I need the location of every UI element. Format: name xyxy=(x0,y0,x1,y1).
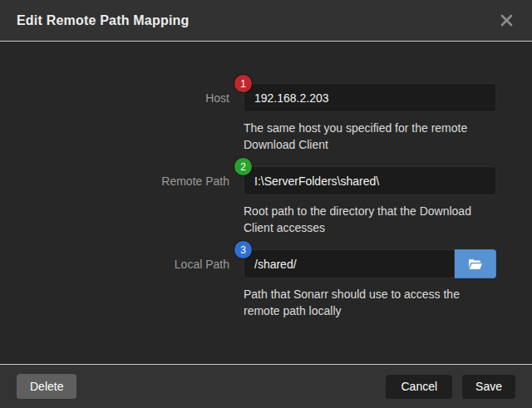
modal-body: Host 1 The same host you specified for t… xyxy=(0,42,532,364)
annotation-badge-3: 3 xyxy=(234,241,252,258)
local-path-input[interactable] xyxy=(244,249,455,278)
form-group-host: Host 1 The same host you specified for t… xyxy=(0,83,532,153)
delete-button[interactable]: Delete xyxy=(17,374,76,399)
close-icon[interactable] xyxy=(497,12,515,30)
save-button[interactable]: Save xyxy=(462,375,515,399)
open-folder-icon xyxy=(468,258,483,270)
edit-remote-path-mapping-modal: Edit Remote Path Mapping Host 1 The same… xyxy=(0,0,532,408)
host-help-text: The same host you specified for the remo… xyxy=(244,120,493,153)
remote-path-help-text: Root path to the directory that the Down… xyxy=(244,203,493,236)
remote-path-label: Remote Path xyxy=(0,166,229,236)
form-group-remote-path: Remote Path 2 Root path to the directory… xyxy=(0,166,532,236)
modal-title: Edit Remote Path Mapping xyxy=(17,13,189,28)
host-label: Host xyxy=(0,83,229,153)
annotation-badge-2: 2 xyxy=(234,158,252,175)
local-path-label: Local Path xyxy=(0,249,229,319)
local-path-help-text: Path that Sonarr should use to access th… xyxy=(244,286,493,319)
form-group-local-path: Local Path 3 Path that Sonarr should xyxy=(0,249,532,319)
modal-header: Edit Remote Path Mapping xyxy=(0,0,532,42)
cancel-button[interactable]: Cancel xyxy=(386,375,452,399)
modal-footer: Delete Cancel Save xyxy=(0,364,532,408)
remote-path-input[interactable] xyxy=(244,166,496,195)
host-input[interactable] xyxy=(244,83,496,112)
annotation-badge-1: 1 xyxy=(234,75,252,92)
browse-path-button[interactable] xyxy=(455,249,496,278)
